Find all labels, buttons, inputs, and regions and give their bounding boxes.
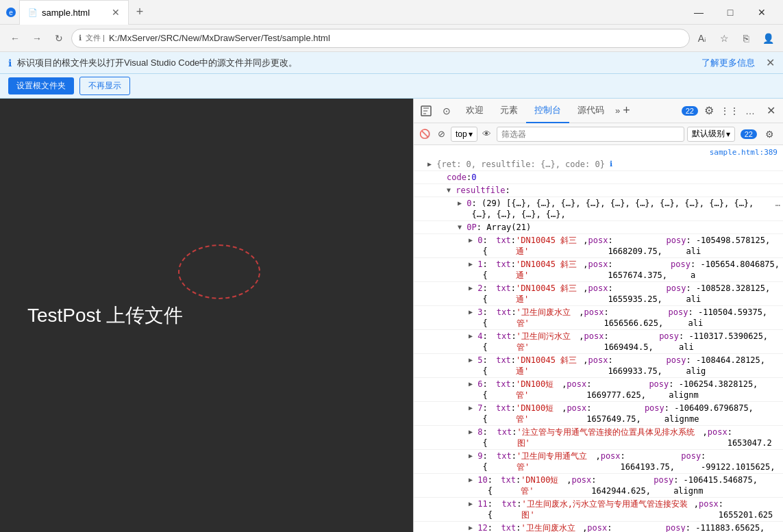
banner-info-text: 标识项目的根文件夹以打开Visual Studio Code中的源文件并同步更改… (17, 57, 691, 69)
item-4: ▶ 4: {txt: '卫生间污水立管', posx: 1669494.5, p… (414, 330, 783, 354)
item-6: ▶ 6: {txt: 'DN100短管', posx: 1669777.625,… (414, 378, 783, 402)
security-icon: ℹ (79, 34, 82, 42)
item-0: ▶ 0: {txt: 'DN10045 斜三通', posx: 1668209.… (414, 234, 783, 258)
devtools-console: sample.html:389 ▶ {ret: 0, resultfile: {… (414, 145, 783, 532)
maximize-button[interactable]: □ (714, 0, 746, 25)
item-10: ▶ 10: {txt: 'DN100短管', posx: 1642944.625… (414, 474, 783, 498)
forward-button[interactable]: → (27, 29, 47, 48)
set-root-folder-button[interactable]: 设置根文件夹 (8, 77, 74, 94)
tab-bar: 📄 sample.html ✕ + (19, 0, 683, 25)
item-8: ▶ 8: {txt: '注立管与专用通气管连接的位置具体见排水系统图', pos… (414, 426, 783, 450)
info-banner: ℹ 标识项目的根文件夹以打开Visual Studio Code中的源文件并同步… (0, 52, 783, 74)
filter-input[interactable] (497, 127, 684, 142)
item-2: ▶ 2: {txt: 'DN10045 斜三通', posx: 1655935.… (414, 282, 783, 306)
main-area: TestPost 上传文件 ⊙ 欢迎 元素 控制台 源代码 » + 22 (0, 99, 783, 532)
console-line-code: code: 0 (414, 171, 783, 184)
tab-elements[interactable]: 元素 (492, 99, 526, 123)
level-select[interactable]: top ▾ (451, 127, 477, 142)
source-link[interactable]: sample.html:389 (414, 147, 783, 158)
profile-button[interactable]: 👤 (758, 29, 778, 48)
collections-button[interactable]: ⎘ (736, 29, 756, 48)
devtools-inspect-button[interactable] (417, 101, 436, 121)
tab-welcome[interactable]: 欢迎 (458, 99, 492, 123)
tab-sources[interactable]: 源代码 (569, 99, 612, 123)
url-text: K:/MxServer/SRC/New/MxDrawServer/Test/sa… (109, 33, 330, 43)
item-5: ▶ 5: {txt: 'DN10045 斜三通', posx: 1669933.… (414, 354, 783, 378)
learn-more-link[interactable]: 了解更多信息 (701, 57, 755, 69)
level-dropdown-icon: ▾ (469, 129, 473, 139)
address-bar[interactable]: ℹ 文件 | K:/MxServer/SRC/New/MxDrawServer/… (71, 29, 690, 48)
minimize-button[interactable]: — (683, 0, 714, 25)
item-3: ▶ 3: {txt: '卫生间废水立管', posx: 1656566.625,… (414, 306, 783, 330)
0-expand[interactable]: ▶ (458, 198, 462, 209)
item-12: ▶ 12: {txt: '卫生间废水立管', posx: 1639350.75,… (414, 522, 783, 532)
back-button[interactable]: ← (5, 29, 25, 48)
console-badge: 22 (741, 129, 757, 139)
console-line-0-array: ▶ 0: (29) [{…}, {…}, {…}, {…}, {…}, {…},… (414, 197, 783, 221)
default-level-label: 默认级别 (692, 128, 725, 140)
window-icon: e (5, 7, 16, 18)
default-level-select[interactable]: 默认级别 ▾ (687, 127, 735, 142)
level-label: top (456, 129, 467, 139)
title-bar-left: e (5, 7, 16, 18)
dont-show-again-button[interactable]: 不再显示 (79, 77, 130, 95)
default-dropdown-icon: ▾ (726, 129, 730, 139)
browser-frame: e 📄 sample.html ✕ + — □ ✕ ← → ↻ ℹ 文件 | K… (0, 0, 783, 532)
tab-label: sample.html (42, 8, 90, 18)
clear-console-button[interactable]: 🚫 (418, 127, 432, 141)
tab-console[interactable]: 控制台 (526, 99, 569, 123)
devtools-settings-button[interactable]: ⚙ (699, 101, 719, 121)
svg-text:e: e (9, 9, 13, 16)
page-title: TestPost 上传文件 (27, 303, 183, 329)
nav-bar: ← → ↻ ℹ 文件 | K:/MxServer/SRC/New/MxDrawS… (0, 25, 783, 52)
refresh-button[interactable]: ↻ (49, 29, 69, 48)
devtools-cursor-button[interactable]: ⊙ (437, 101, 456, 121)
devtools-console-bar: 🚫 ⊘ top ▾ 👁 默认级别 ▾ 22 ⚙ (414, 123, 783, 145)
reading-view-button[interactable]: Aᵢ (693, 29, 712, 48)
error-badge: 22 (682, 106, 698, 116)
0p-expand[interactable]: ▼ (458, 222, 462, 233)
page-content: TestPost 上传文件 (0, 99, 413, 532)
close-button[interactable]: ✕ (746, 0, 778, 25)
new-tab-button[interactable]: + (129, 0, 151, 25)
expand-arrow[interactable]: ▶ (427, 159, 432, 170)
info-icon: ℹ (8, 58, 12, 68)
banner-actions: 设置根文件夹 不再显示 (0, 74, 783, 99)
browser-tab[interactable]: 📄 sample.html ✕ (19, 0, 129, 25)
filter-icon: ⊘ (434, 127, 448, 141)
nav-right-icons: Aᵢ ☆ ⎘ 👤 (693, 29, 778, 48)
favorites-button[interactable]: ☆ (714, 29, 734, 48)
more-tabs-button[interactable]: » (612, 105, 623, 116)
devtools-tabs: 欢迎 元素 控制台 源代码 » + (458, 99, 678, 123)
banner-close-button[interactable]: ✕ (766, 56, 775, 69)
title-bar: e 📄 sample.html ✕ + — □ ✕ (0, 0, 783, 25)
devtools-panel: ⊙ 欢迎 元素 控制台 源代码 » + 22 ⚙ ⋮⋮ … ✕ 🚫 ⊘ (413, 99, 783, 532)
devtools-toolbar: ⊙ 欢迎 元素 控制台 源代码 » + 22 ⚙ ⋮⋮ … ✕ (414, 99, 783, 123)
devtools-close-button[interactable]: ✕ (761, 101, 780, 121)
resultfile-expand[interactable]: ▼ (447, 185, 451, 196)
title-bar-controls: — □ ✕ (683, 0, 778, 25)
devtools-more-button[interactable]: … (741, 101, 760, 121)
console-line-resultfile: ▼ resultfile: (414, 184, 783, 197)
item-11: ▶ 11: {txt: '卫生间废水,污水立管与专用通气管连接安装图', pos… (414, 498, 783, 522)
item-1: ▶ 1: {txt: 'DN10045 斜三通', posx: 1657674.… (414, 258, 783, 282)
tab-favicon: 📄 (28, 8, 38, 17)
devtools-device-button[interactable]: ⋮⋮ (720, 101, 739, 121)
item-7: ▶ 7: {txt: 'DN100短管', posx: 1657649.75, … (414, 402, 783, 426)
console-line-1: ▶ {ret: 0, resultfile: {…}, code: 0} ℹ (414, 158, 783, 171)
console-line-0p: ▼ 0P: Array(21) (414, 221, 783, 234)
circle-highlight (178, 244, 260, 299)
tab-close-button[interactable]: ✕ (112, 7, 120, 18)
console-settings-button[interactable]: ⚙ (760, 125, 779, 144)
add-tab-button[interactable]: + (623, 103, 630, 118)
url-prefix: 文件 | (86, 33, 105, 43)
item-9: ▶ 9: {txt: '卫生间专用通气立管', posx: 1664193.75… (414, 450, 783, 474)
eye-icon[interactable]: 👁 (480, 127, 494, 141)
